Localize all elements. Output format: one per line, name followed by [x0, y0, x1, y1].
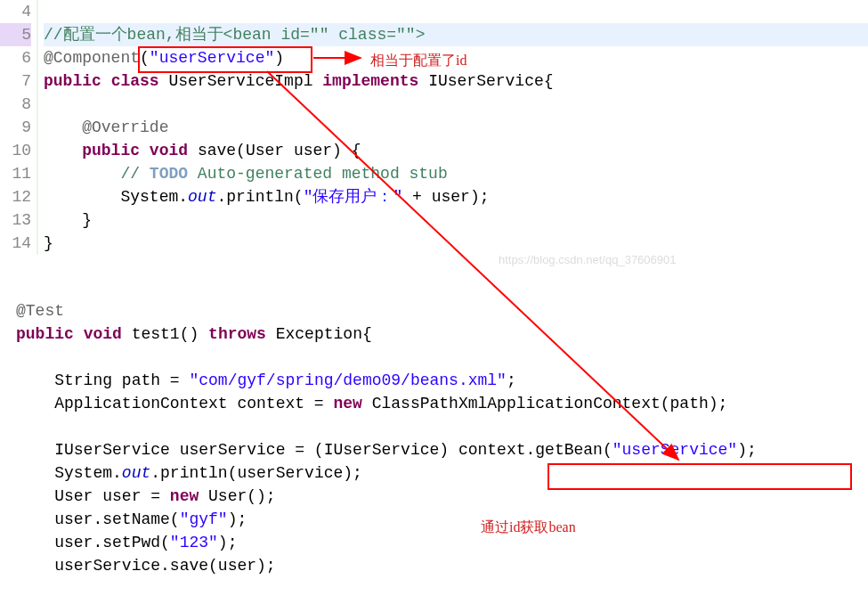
line-number: 4 [0, 0, 31, 23]
code-line: user.setName("gyf"); [16, 508, 868, 531]
code-line: userService.save(user); [16, 554, 868, 577]
code-line: User user = new User(); [16, 485, 868, 508]
line-number: 12 [0, 185, 31, 208]
code-line: @Test [16, 299, 868, 322]
code-line [16, 346, 868, 369]
code-line: } [44, 208, 868, 232]
code-area-top: //配置一个bean,相当于<bean id="" class=""> @Com… [38, 0, 868, 255]
code-line: public void save(User user) { [44, 139, 868, 162]
code-line [16, 415, 868, 438]
annotation-text-id: 相当于配置了id [370, 52, 466, 70]
code-area-bottom: @Test public void test1() throws Excepti… [0, 299, 868, 577]
code-line: System.out.println(userService); [16, 461, 868, 485]
code-line: user.setPwd("123"); [16, 531, 868, 554]
code-editor-top: 4 5 6 7 8 9 10 11 12 13 14 //配置一个bean,相当… [0, 0, 868, 255]
code-line: ApplicationContext context = new ClassPa… [16, 392, 868, 415]
line-number: 9 [0, 116, 31, 139]
line-number: 8 [0, 93, 31, 116]
code-line: //配置一个bean,相当于<bean id="" class=""> [44, 23, 868, 46]
line-number: 10 [0, 139, 31, 162]
code-line: IUserService userService = (IUserService… [16, 438, 868, 461]
code-line: } [44, 232, 868, 255]
line-number: 14 [0, 232, 31, 255]
code-line: System.out.println("保存用户：" + user); [44, 185, 868, 208]
code-line [44, 93, 868, 116]
code-line: public class UserServiceImpl implements … [44, 69, 868, 93]
watermark-text: https://blog.csdn.net/qq_37606901 [499, 253, 677, 266]
line-number: 7 [0, 69, 31, 93]
code-line: // TODO Auto-generated method stub [44, 162, 868, 185]
line-number: 11 [0, 162, 31, 185]
code-line: @Override [44, 116, 868, 139]
line-number: 13 [0, 208, 31, 232]
code-line: String path = "com/gyf/spring/demo09/bea… [16, 369, 868, 392]
code-line [44, 0, 868, 23]
code-line: public void test1() throws Exception{ [16, 322, 868, 346]
line-number: 5 [0, 23, 31, 46]
line-number: 6 [0, 46, 31, 69]
line-number-gutter: 4 5 6 7 8 9 10 11 12 13 14 [0, 0, 38, 255]
annotation-text-getbean: 通过id获取bean [481, 518, 576, 537]
